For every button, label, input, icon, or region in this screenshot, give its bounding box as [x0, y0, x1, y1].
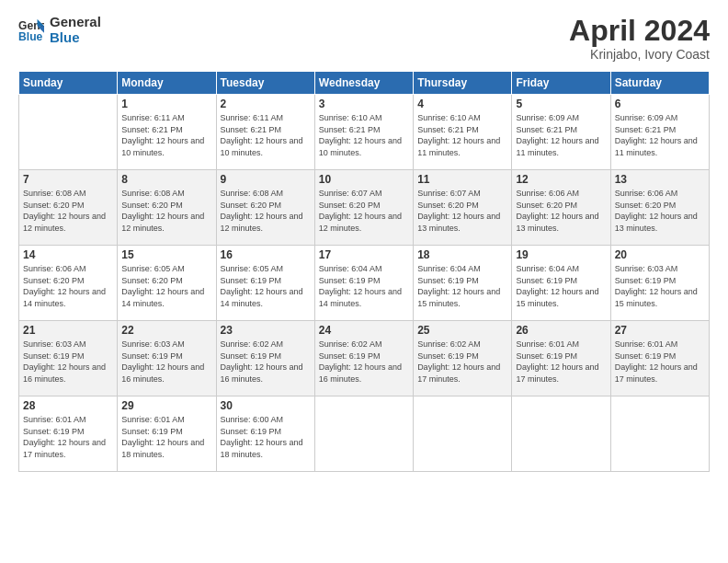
calendar-cell: 25Sunrise: 6:02 AMSunset: 6:19 PMDayligh… [414, 321, 512, 396]
day-info: Sunrise: 6:05 AMSunset: 6:19 PMDaylight:… [221, 263, 311, 309]
day-number: 19 [516, 248, 606, 261]
day-number: 22 [121, 324, 211, 337]
day-number: 16 [221, 248, 311, 261]
col-header-thursday: Thursday [414, 72, 512, 95]
day-info: Sunrise: 6:02 AMSunset: 6:19 PMDaylight:… [417, 339, 507, 385]
col-header-sunday: Sunday [19, 72, 118, 95]
calendar-cell: 24Sunrise: 6:02 AMSunset: 6:19 PMDayligh… [314, 321, 413, 396]
calendar-cell [19, 95, 118, 170]
svg-text:Blue: Blue [18, 30, 43, 43]
day-info: Sunrise: 6:05 AMSunset: 6:20 PMDaylight:… [121, 263, 211, 309]
day-info: Sunrise: 6:04 AMSunset: 6:19 PMDaylight:… [516, 263, 606, 309]
day-info: Sunrise: 6:03 AMSunset: 6:19 PMDaylight:… [615, 263, 705, 309]
day-number: 29 [121, 399, 211, 412]
day-number: 10 [319, 173, 409, 186]
day-info: Sunrise: 6:04 AMSunset: 6:19 PMDaylight:… [417, 263, 507, 309]
day-number: 8 [121, 173, 211, 186]
day-info: Sunrise: 6:10 AMSunset: 6:21 PMDaylight:… [319, 112, 409, 158]
calendar-week-row: 21Sunrise: 6:03 AMSunset: 6:19 PMDayligh… [19, 321, 710, 396]
day-number: 18 [417, 248, 507, 261]
day-number: 24 [319, 324, 409, 337]
calendar-cell: 12Sunrise: 6:06 AMSunset: 6:20 PMDayligh… [512, 170, 610, 246]
day-number: 2 [221, 98, 311, 110]
day-info: Sunrise: 6:02 AMSunset: 6:19 PMDaylight:… [221, 339, 311, 385]
calendar-cell: 14Sunrise: 6:06 AMSunset: 6:20 PMDayligh… [19, 246, 118, 321]
month-title: April 2024 [569, 15, 710, 47]
calendar-page: General Blue General Blue April 2024 Kri… [0, 0, 728, 563]
day-number: 9 [221, 173, 311, 186]
day-info: Sunrise: 6:11 AMSunset: 6:21 PMDaylight:… [221, 112, 311, 158]
day-number: 23 [221, 324, 311, 337]
col-header-friday: Friday [512, 72, 610, 95]
col-header-wednesday: Wednesday [314, 72, 413, 95]
day-info: Sunrise: 6:02 AMSunset: 6:19 PMDaylight:… [319, 339, 409, 385]
day-info: Sunrise: 6:01 AMSunset: 6:19 PMDaylight:… [23, 414, 113, 460]
day-info: Sunrise: 6:01 AMSunset: 6:19 PMDaylight:… [615, 339, 705, 385]
calendar-cell: 4Sunrise: 6:10 AMSunset: 6:21 PMDaylight… [414, 95, 512, 170]
day-number: 6 [615, 98, 705, 110]
calendar-cell: 3Sunrise: 6:10 AMSunset: 6:21 PMDaylight… [314, 95, 413, 170]
day-info: Sunrise: 6:07 AMSunset: 6:20 PMDaylight:… [417, 188, 507, 234]
calendar-cell: 19Sunrise: 6:04 AMSunset: 6:19 PMDayligh… [512, 246, 610, 321]
calendar-cell: 22Sunrise: 6:03 AMSunset: 6:19 PMDayligh… [118, 321, 216, 396]
logo: General Blue General Blue [18, 15, 101, 45]
col-header-monday: Monday [118, 72, 216, 95]
day-number: 12 [516, 173, 606, 186]
calendar-cell: 23Sunrise: 6:02 AMSunset: 6:19 PMDayligh… [216, 321, 314, 396]
calendar-week-row: 7Sunrise: 6:08 AMSunset: 6:20 PMDaylight… [19, 170, 710, 246]
day-number: 13 [615, 173, 705, 186]
day-info: Sunrise: 6:08 AMSunset: 6:20 PMDaylight:… [121, 188, 211, 234]
calendar-week-row: 14Sunrise: 6:06 AMSunset: 6:20 PMDayligh… [19, 246, 710, 321]
calendar-cell: 18Sunrise: 6:04 AMSunset: 6:19 PMDayligh… [414, 246, 512, 321]
day-info: Sunrise: 6:06 AMSunset: 6:20 PMDaylight:… [615, 188, 705, 234]
day-number: 21 [23, 324, 113, 337]
calendar-cell: 16Sunrise: 6:05 AMSunset: 6:19 PMDayligh… [216, 246, 314, 321]
day-number: 7 [23, 173, 113, 186]
day-info: Sunrise: 6:09 AMSunset: 6:21 PMDaylight:… [615, 112, 705, 158]
day-number: 5 [516, 98, 606, 110]
day-number: 26 [516, 324, 606, 337]
day-number: 17 [319, 248, 409, 261]
day-info: Sunrise: 6:07 AMSunset: 6:20 PMDaylight:… [319, 188, 409, 234]
day-info: Sunrise: 6:03 AMSunset: 6:19 PMDaylight:… [23, 339, 113, 385]
logo-general: General [50, 15, 101, 30]
calendar-cell: 6Sunrise: 6:09 AMSunset: 6:21 PMDaylight… [610, 95, 709, 170]
calendar-cell: 15Sunrise: 6:05 AMSunset: 6:20 PMDayligh… [118, 246, 216, 321]
title-block: April 2024 Krinjabo, Ivory Coast [569, 15, 710, 62]
logo-icon: General Blue [18, 17, 44, 43]
location: Krinjabo, Ivory Coast [569, 47, 710, 62]
col-header-saturday: Saturday [610, 72, 709, 95]
day-number: 11 [417, 173, 507, 186]
logo-blue: Blue [50, 30, 101, 46]
calendar-cell: 28Sunrise: 6:01 AMSunset: 6:19 PMDayligh… [19, 396, 118, 472]
day-info: Sunrise: 6:00 AMSunset: 6:19 PMDaylight:… [221, 414, 311, 460]
day-info: Sunrise: 6:08 AMSunset: 6:20 PMDaylight:… [221, 188, 311, 234]
day-number: 30 [221, 399, 311, 412]
calendar-table: SundayMondayTuesdayWednesdayThursdayFrid… [18, 71, 710, 472]
calendar-cell: 10Sunrise: 6:07 AMSunset: 6:20 PMDayligh… [314, 170, 413, 246]
calendar-week-row: 28Sunrise: 6:01 AMSunset: 6:19 PMDayligh… [19, 396, 710, 472]
day-info: Sunrise: 6:08 AMSunset: 6:20 PMDaylight:… [23, 188, 113, 234]
day-info: Sunrise: 6:09 AMSunset: 6:21 PMDaylight:… [516, 112, 606, 158]
calendar-cell: 29Sunrise: 6:01 AMSunset: 6:19 PMDayligh… [118, 396, 216, 472]
calendar-cell [610, 396, 709, 472]
calendar-cell: 30Sunrise: 6:00 AMSunset: 6:19 PMDayligh… [216, 396, 314, 472]
day-number: 14 [23, 248, 113, 261]
calendar-cell: 7Sunrise: 6:08 AMSunset: 6:20 PMDaylight… [19, 170, 118, 246]
day-info: Sunrise: 6:10 AMSunset: 6:21 PMDaylight:… [417, 112, 507, 158]
calendar-cell: 2Sunrise: 6:11 AMSunset: 6:21 PMDaylight… [216, 95, 314, 170]
day-number: 3 [319, 98, 409, 110]
calendar-header-row: SundayMondayTuesdayWednesdayThursdayFrid… [19, 72, 710, 95]
calendar-cell: 21Sunrise: 6:03 AMSunset: 6:19 PMDayligh… [19, 321, 118, 396]
day-number: 20 [615, 248, 705, 261]
day-info: Sunrise: 6:06 AMSunset: 6:20 PMDaylight:… [23, 263, 113, 309]
calendar-cell: 8Sunrise: 6:08 AMSunset: 6:20 PMDaylight… [118, 170, 216, 246]
day-info: Sunrise: 6:11 AMSunset: 6:21 PMDaylight:… [121, 112, 211, 158]
calendar-cell: 20Sunrise: 6:03 AMSunset: 6:19 PMDayligh… [610, 246, 709, 321]
calendar-cell: 17Sunrise: 6:04 AMSunset: 6:19 PMDayligh… [314, 246, 413, 321]
calendar-cell: 1Sunrise: 6:11 AMSunset: 6:21 PMDaylight… [118, 95, 216, 170]
day-info: Sunrise: 6:04 AMSunset: 6:19 PMDaylight:… [319, 263, 409, 309]
day-number: 28 [23, 399, 113, 412]
calendar-cell: 27Sunrise: 6:01 AMSunset: 6:19 PMDayligh… [610, 321, 709, 396]
day-info: Sunrise: 6:01 AMSunset: 6:19 PMDaylight:… [516, 339, 606, 385]
